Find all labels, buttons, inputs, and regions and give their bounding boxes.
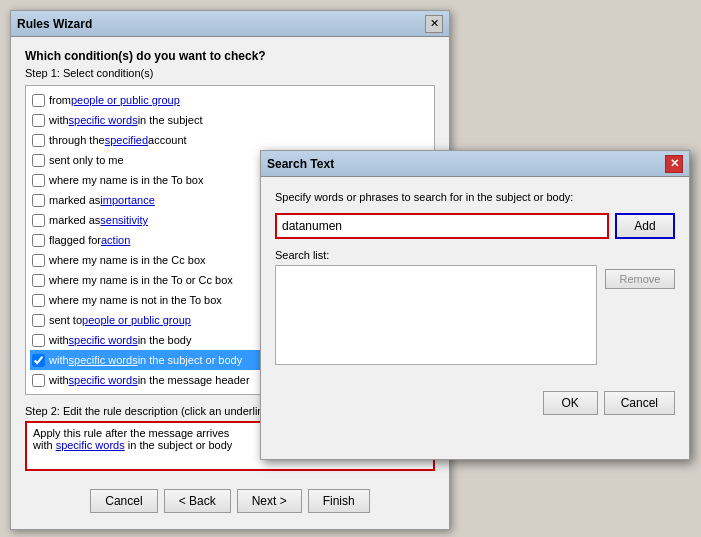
search-list-label: Search list:: [275, 249, 675, 261]
condition-name-in-cc-checkbox[interactable]: [32, 254, 45, 267]
condition-name-in-to-checkbox[interactable]: [32, 174, 45, 187]
condition-flagged-checkbox[interactable]: [32, 234, 45, 247]
search-dialog-bottom-buttons: OK Cancel: [261, 385, 689, 415]
rule-desc-specific-words-link[interactable]: specific words: [56, 439, 125, 451]
sensitivity-link[interactable]: sensitivity: [100, 211, 148, 229]
condition-specific-words-recipient-checkbox[interactable]: [32, 394, 45, 396]
search-dialog-title: Search Text: [267, 157, 334, 171]
rules-wizard-title: Rules Wizard: [17, 17, 92, 31]
search-cancel-button[interactable]: Cancel: [604, 391, 675, 415]
step1-label: Step 1: Select condition(s): [25, 67, 435, 79]
condition-sent-only-checkbox[interactable]: [32, 154, 45, 167]
people-group-link[interactable]: people or public group: [71, 91, 180, 109]
search-input-row: Add: [275, 213, 675, 239]
search-text-dialog: Search Text ✕ Specify words or phrases t…: [260, 150, 690, 460]
condition-sent-to-people-checkbox[interactable]: [32, 314, 45, 327]
back-button[interactable]: < Back: [164, 489, 231, 513]
specific-words-subject-body-link[interactable]: specific words: [69, 351, 138, 369]
search-titlebar: Search Text ✕: [261, 151, 689, 177]
condition-specific-words-subject-body-checkbox[interactable]: [32, 354, 45, 367]
condition-sensitivity-checkbox[interactable]: [32, 214, 45, 227]
search-instruction: Specify words or phrases to search for i…: [275, 191, 675, 203]
add-button[interactable]: Add: [615, 213, 675, 239]
specific-words-recipient-link[interactable]: specific words: [69, 391, 138, 395]
search-text-input[interactable]: [275, 213, 609, 239]
condition-name-not-in-to-checkbox[interactable]: [32, 294, 45, 307]
condition-name-in-to-or-cc-checkbox[interactable]: [32, 274, 45, 287]
specific-words-subject-link[interactable]: specific words: [69, 111, 138, 129]
specified-link[interactable]: specified: [105, 131, 148, 149]
condition-specified-account-checkbox[interactable]: [32, 134, 45, 147]
specific-words-header-link[interactable]: specific words: [69, 371, 138, 389]
action-link[interactable]: action: [101, 231, 130, 249]
main-question: Which condition(s) do you want to check?: [25, 49, 435, 63]
condition-importance-checkbox[interactable]: [32, 194, 45, 207]
condition-from-people: from people or public group: [30, 90, 430, 110]
condition-specific-words-subject-checkbox[interactable]: [32, 114, 45, 127]
rules-wizard-titlebar: Rules Wizard ✕: [11, 11, 449, 37]
condition-specific-words-body-checkbox[interactable]: [32, 334, 45, 347]
search-dialog-close-button[interactable]: ✕: [665, 155, 683, 173]
wizard-footer-buttons: Cancel < Back Next > Finish: [25, 481, 435, 517]
remove-button[interactable]: Remove: [605, 269, 675, 289]
condition-specified-account: through the specified account: [30, 130, 430, 150]
condition-specific-words-subject: with specific words in the subject: [30, 110, 430, 130]
search-list-box: [275, 265, 597, 365]
finish-button[interactable]: Finish: [308, 489, 370, 513]
cancel-button[interactable]: Cancel: [90, 489, 157, 513]
condition-from-people-checkbox[interactable]: [32, 94, 45, 107]
sent-to-people-link[interactable]: people or public group: [82, 311, 191, 329]
condition-specific-words-header-checkbox[interactable]: [32, 374, 45, 387]
next-button[interactable]: Next >: [237, 489, 302, 513]
specific-words-body-link[interactable]: specific words: [69, 331, 138, 349]
ok-button[interactable]: OK: [543, 391, 598, 415]
search-dialog-content: Specify words or phrases to search for i…: [261, 177, 689, 385]
rules-wizard-close-button[interactable]: ✕: [425, 15, 443, 33]
importance-link[interactable]: importance: [100, 191, 154, 209]
